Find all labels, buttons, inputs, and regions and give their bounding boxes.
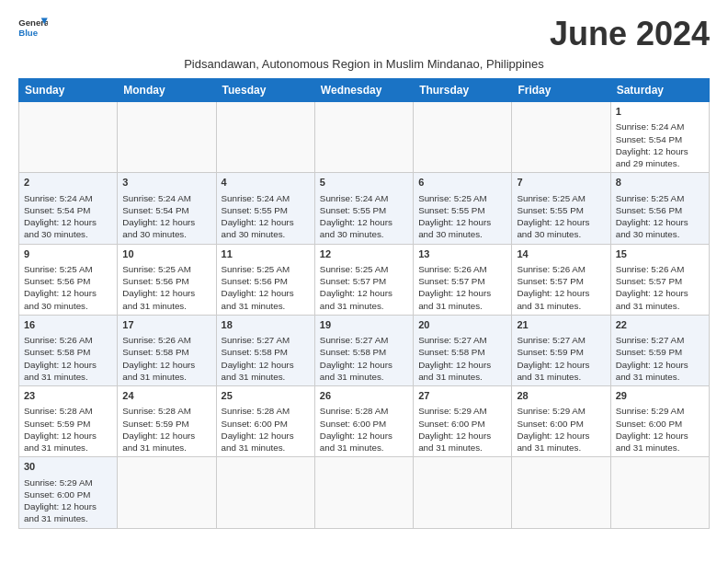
day-info: Sunrise: 5:24 AM Sunset: 5:55 PM Dayligh… bbox=[222, 192, 310, 241]
calendar-week-row: 2Sunrise: 5:24 AM Sunset: 5:54 PM Daylig… bbox=[19, 173, 710, 244]
calendar-day-cell: 3Sunrise: 5:24 AM Sunset: 5:54 PM Daylig… bbox=[118, 173, 216, 244]
calendar-day-cell: 5Sunrise: 5:24 AM Sunset: 5:55 PM Daylig… bbox=[314, 173, 413, 244]
day-info: Sunrise: 5:24 AM Sunset: 5:54 PM Dayligh… bbox=[616, 121, 704, 169]
day-number: 20 bbox=[418, 318, 506, 332]
day-info: Sunrise: 5:28 AM Sunset: 6:00 PM Dayligh… bbox=[320, 405, 408, 454]
calendar-day-cell bbox=[414, 457, 512, 528]
calendar-day-cell: 11Sunrise: 5:25 AM Sunset: 5:56 PM Dayli… bbox=[216, 244, 314, 315]
column-header-thursday: Thursday bbox=[414, 79, 512, 102]
calendar-day-cell: 21Sunrise: 5:27 AM Sunset: 5:59 PM Dayli… bbox=[512, 315, 610, 385]
calendar-day-cell bbox=[314, 102, 413, 173]
day-number: 27 bbox=[418, 389, 506, 403]
calendar-day-cell: 6Sunrise: 5:25 AM Sunset: 5:55 PM Daylig… bbox=[414, 173, 512, 244]
calendar-day-cell: 9Sunrise: 5:25 AM Sunset: 5:56 PM Daylig… bbox=[19, 244, 118, 315]
calendar-day-cell: 20Sunrise: 5:27 AM Sunset: 5:58 PM Dayli… bbox=[414, 315, 512, 385]
day-info: Sunrise: 5:25 AM Sunset: 5:56 PM Dayligh… bbox=[122, 263, 210, 312]
day-number: 3 bbox=[122, 176, 210, 190]
day-info: Sunrise: 5:26 AM Sunset: 5:58 PM Dayligh… bbox=[122, 334, 210, 383]
day-number: 23 bbox=[24, 389, 112, 403]
day-info: Sunrise: 5:28 AM Sunset: 5:59 PM Dayligh… bbox=[122, 405, 210, 454]
day-number: 6 bbox=[418, 176, 506, 190]
day-info: Sunrise: 5:29 AM Sunset: 6:00 PM Dayligh… bbox=[24, 477, 112, 525]
calendar-day-cell: 12Sunrise: 5:25 AM Sunset: 5:57 PM Dayli… bbox=[314, 244, 413, 315]
day-number: 10 bbox=[122, 247, 210, 261]
calendar-day-cell bbox=[610, 457, 709, 528]
calendar-day-cell: 17Sunrise: 5:26 AM Sunset: 5:58 PM Dayli… bbox=[118, 315, 216, 385]
day-number: 16 bbox=[24, 318, 112, 332]
calendar-day-cell: 23Sunrise: 5:28 AM Sunset: 5:59 PM Dayli… bbox=[19, 386, 118, 457]
logo: General Blue bbox=[18, 15, 48, 40]
day-info: Sunrise: 5:25 AM Sunset: 5:56 PM Dayligh… bbox=[616, 192, 704, 241]
calendar-day-cell: 30Sunrise: 5:29 AM Sunset: 6:00 PM Dayli… bbox=[19, 457, 118, 528]
day-info: Sunrise: 5:25 AM Sunset: 5:56 PM Dayligh… bbox=[24, 263, 112, 312]
calendar-day-cell bbox=[216, 102, 314, 173]
calendar-day-cell: 1Sunrise: 5:24 AM Sunset: 5:54 PM Daylig… bbox=[610, 102, 709, 173]
day-info: Sunrise: 5:27 AM Sunset: 5:59 PM Dayligh… bbox=[616, 334, 704, 383]
calendar-week-row: 23Sunrise: 5:28 AM Sunset: 5:59 PM Dayli… bbox=[19, 386, 710, 457]
calendar-day-cell: 14Sunrise: 5:26 AM Sunset: 5:57 PM Dayli… bbox=[512, 244, 610, 315]
day-number: 14 bbox=[517, 247, 605, 261]
day-info: Sunrise: 5:24 AM Sunset: 5:54 PM Dayligh… bbox=[24, 192, 112, 241]
day-number: 21 bbox=[517, 318, 605, 332]
day-number: 15 bbox=[616, 247, 704, 261]
day-number: 8 bbox=[616, 176, 704, 190]
day-number: 9 bbox=[24, 247, 112, 261]
subtitle: Pidsandawan, Autonomous Region in Muslim… bbox=[18, 57, 710, 71]
day-info: Sunrise: 5:27 AM Sunset: 5:58 PM Dayligh… bbox=[320, 334, 408, 383]
day-info: Sunrise: 5:27 AM Sunset: 5:58 PM Dayligh… bbox=[418, 334, 506, 383]
calendar-day-cell: 15Sunrise: 5:26 AM Sunset: 5:57 PM Dayli… bbox=[610, 244, 709, 315]
day-number: 17 bbox=[122, 318, 210, 332]
calendar-day-cell: 7Sunrise: 5:25 AM Sunset: 5:55 PM Daylig… bbox=[512, 173, 610, 244]
calendar-day-cell bbox=[216, 457, 314, 528]
calendar-day-cell: 2Sunrise: 5:24 AM Sunset: 5:54 PM Daylig… bbox=[19, 173, 118, 244]
calendar-day-cell: 29Sunrise: 5:29 AM Sunset: 6:00 PM Dayli… bbox=[610, 386, 709, 457]
day-number: 11 bbox=[222, 247, 310, 261]
calendar-day-cell: 26Sunrise: 5:28 AM Sunset: 6:00 PM Dayli… bbox=[314, 386, 413, 457]
calendar-day-cell bbox=[118, 457, 216, 528]
day-info: Sunrise: 5:25 AM Sunset: 5:57 PM Dayligh… bbox=[320, 263, 408, 312]
calendar-day-cell bbox=[512, 102, 610, 173]
calendar-day-cell: 4Sunrise: 5:24 AM Sunset: 5:55 PM Daylig… bbox=[216, 173, 314, 244]
day-info: Sunrise: 5:26 AM Sunset: 5:58 PM Dayligh… bbox=[24, 334, 112, 383]
calendar-day-cell: 16Sunrise: 5:26 AM Sunset: 5:58 PM Dayli… bbox=[19, 315, 118, 385]
calendar-body: 1Sunrise: 5:24 AM Sunset: 5:54 PM Daylig… bbox=[19, 102, 710, 529]
day-info: Sunrise: 5:26 AM Sunset: 5:57 PM Dayligh… bbox=[517, 263, 605, 312]
svg-text:Blue: Blue bbox=[18, 28, 38, 38]
column-header-tuesday: Tuesday bbox=[216, 79, 314, 102]
day-info: Sunrise: 5:24 AM Sunset: 5:54 PM Dayligh… bbox=[122, 192, 210, 241]
day-info: Sunrise: 5:29 AM Sunset: 6:00 PM Dayligh… bbox=[418, 405, 506, 454]
day-number: 30 bbox=[24, 460, 112, 474]
calendar-day-cell bbox=[19, 102, 118, 173]
day-info: Sunrise: 5:27 AM Sunset: 5:58 PM Dayligh… bbox=[222, 334, 310, 383]
calendar-day-cell: 19Sunrise: 5:27 AM Sunset: 5:58 PM Dayli… bbox=[314, 315, 413, 385]
calendar-header-row: SundayMondayTuesdayWednesdayThursdayFrid… bbox=[19, 79, 710, 102]
calendar-day-cell: 28Sunrise: 5:29 AM Sunset: 6:00 PM Dayli… bbox=[512, 386, 610, 457]
column-header-sunday: Sunday bbox=[19, 79, 118, 102]
day-number: 26 bbox=[320, 389, 408, 403]
day-info: Sunrise: 5:29 AM Sunset: 6:00 PM Dayligh… bbox=[517, 405, 605, 454]
page-header: General Blue June 2024 bbox=[18, 15, 710, 53]
calendar-day-cell: 10Sunrise: 5:25 AM Sunset: 5:56 PM Dayli… bbox=[118, 244, 216, 315]
calendar-day-cell: 25Sunrise: 5:28 AM Sunset: 6:00 PM Dayli… bbox=[216, 386, 314, 457]
calendar-day-cell: 24Sunrise: 5:28 AM Sunset: 5:59 PM Dayli… bbox=[118, 386, 216, 457]
month-title: June 2024 bbox=[550, 15, 710, 53]
day-info: Sunrise: 5:24 AM Sunset: 5:55 PM Dayligh… bbox=[320, 192, 408, 241]
day-info: Sunrise: 5:27 AM Sunset: 5:59 PM Dayligh… bbox=[517, 334, 605, 383]
day-number: 4 bbox=[222, 176, 310, 190]
day-info: Sunrise: 5:29 AM Sunset: 6:00 PM Dayligh… bbox=[616, 405, 704, 454]
day-info: Sunrise: 5:25 AM Sunset: 5:56 PM Dayligh… bbox=[222, 263, 310, 312]
day-number: 25 bbox=[222, 389, 310, 403]
day-number: 5 bbox=[320, 176, 408, 190]
logo-icon: General Blue bbox=[18, 15, 48, 40]
day-number: 2 bbox=[24, 176, 112, 190]
day-number: 13 bbox=[418, 247, 506, 261]
calendar-day-cell: 27Sunrise: 5:29 AM Sunset: 6:00 PM Dayli… bbox=[414, 386, 512, 457]
day-info: Sunrise: 5:26 AM Sunset: 5:57 PM Dayligh… bbox=[418, 263, 506, 312]
day-number: 22 bbox=[616, 318, 704, 332]
calendar-week-row: 1Sunrise: 5:24 AM Sunset: 5:54 PM Daylig… bbox=[19, 102, 710, 173]
calendar-day-cell bbox=[414, 102, 512, 173]
column-header-wednesday: Wednesday bbox=[314, 79, 413, 102]
day-info: Sunrise: 5:25 AM Sunset: 5:55 PM Dayligh… bbox=[517, 192, 605, 241]
calendar-week-row: 16Sunrise: 5:26 AM Sunset: 5:58 PM Dayli… bbox=[19, 315, 710, 385]
calendar-week-row: 9Sunrise: 5:25 AM Sunset: 5:56 PM Daylig… bbox=[19, 244, 710, 315]
